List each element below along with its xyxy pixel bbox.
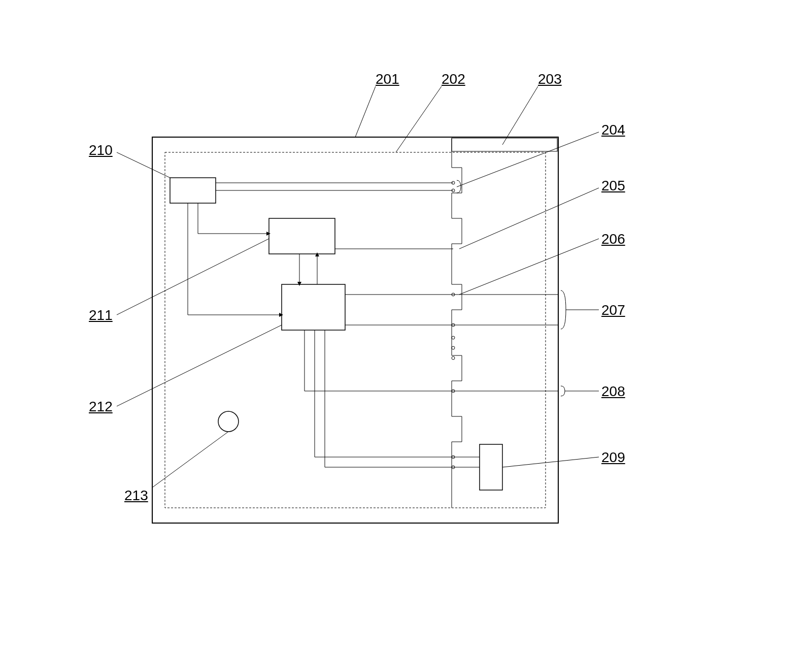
svg-rect-2 (452, 138, 557, 151)
svg-line-41 (502, 86, 538, 145)
svg-line-42 (457, 132, 599, 187)
svg-marker-19 (297, 282, 301, 286)
label-209: 209 (601, 449, 625, 466)
svg-line-43 (459, 188, 599, 249)
svg-line-49 (117, 239, 269, 315)
label-205: 205 (601, 178, 625, 194)
label-212: 212 (89, 399, 113, 415)
svg-line-51 (152, 432, 228, 488)
svg-point-27 (452, 336, 455, 339)
label-203: 203 (538, 71, 562, 87)
diagram-svg (0, 0, 812, 650)
svg-marker-17 (279, 313, 283, 317)
label-207: 207 (601, 302, 625, 318)
svg-line-50 (117, 325, 282, 406)
svg-marker-21 (315, 252, 319, 256)
svg-line-48 (117, 152, 170, 178)
label-210: 210 (89, 142, 113, 158)
svg-point-7 (218, 411, 239, 432)
label-206: 206 (601, 231, 625, 247)
svg-marker-15 (266, 232, 270, 236)
svg-rect-1 (165, 152, 546, 508)
label-201: 201 (376, 71, 399, 87)
svg-rect-6 (480, 444, 502, 490)
svg-rect-5 (282, 284, 345, 330)
svg-point-28 (452, 346, 455, 349)
svg-line-47 (502, 457, 599, 467)
svg-rect-3 (170, 178, 216, 203)
svg-line-39 (355, 86, 376, 137)
svg-point-29 (452, 356, 455, 360)
label-204: 204 (601, 122, 625, 138)
label-202: 202 (442, 71, 465, 87)
svg-line-40 (396, 86, 442, 152)
label-211: 211 (89, 307, 113, 323)
label-213: 213 (124, 488, 148, 504)
label-208: 208 (601, 383, 625, 400)
svg-rect-4 (269, 218, 335, 254)
svg-line-44 (459, 239, 599, 295)
